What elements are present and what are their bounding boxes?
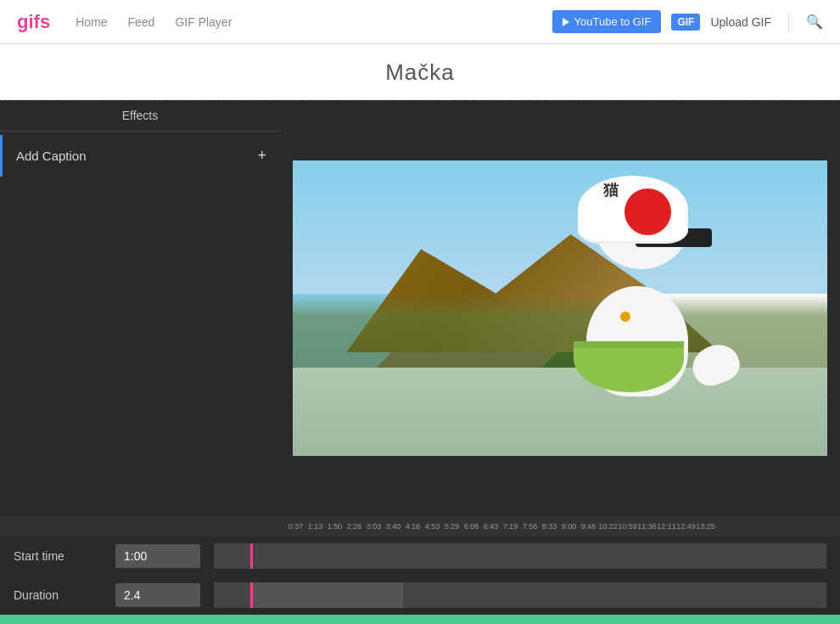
- add-caption-plus-icon: +: [257, 147, 266, 165]
- ruler-marks: 0:371:131:502:263:033:404:164:535:296:08…: [286, 522, 829, 531]
- ruler-mark: 3:40: [384, 522, 403, 531]
- ruler-mark: 2:26: [344, 522, 364, 531]
- ruler-mark: 8:33: [540, 522, 559, 531]
- start-time-row: Start time: [0, 537, 840, 576]
- duration-input[interactable]: [115, 583, 200, 607]
- add-caption-label: Add Caption: [16, 149, 257, 163]
- nav-feed[interactable]: Feed: [127, 15, 154, 29]
- main-nav: Home Feed GIF Player: [76, 15, 552, 29]
- page-title: Mačka: [0, 59, 840, 86]
- ruler-mark: 5:29: [442, 522, 462, 531]
- ruler-mark: 11:36: [637, 522, 657, 531]
- cat-hat-text: 猫: [603, 180, 619, 200]
- start-time-indicator: [250, 543, 253, 569]
- cat-paw: [686, 339, 743, 391]
- youtube-btn-label: YouTube to GIF: [574, 15, 652, 28]
- ruler-mark: 9:00: [559, 522, 579, 531]
- editor-row: Effects Add Caption +: [0, 100, 840, 516]
- cat-collar-bell: [620, 312, 630, 322]
- start-time-input[interactable]: [115, 544, 200, 568]
- ruler-mark: 7:56: [520, 522, 540, 531]
- site-header: gifs Home Feed GIF Player YouTube to GIF…: [0, 0, 840, 44]
- gif-image-container: 猫: [293, 160, 827, 456]
- ruler-mark: 3:03: [364, 522, 384, 531]
- cat-hat: 猫: [578, 176, 688, 244]
- timeline-ruler: 0:371:131:502:263:033:404:164:535:296:08…: [0, 516, 840, 537]
- ruler-mark: 10:59: [618, 522, 637, 531]
- ruler-mark: 9:46: [579, 522, 598, 531]
- header-divider: [788, 12, 789, 32]
- duration-row: Duration: [0, 576, 840, 615]
- nav-gif-player[interactable]: GIF Player: [175, 15, 232, 29]
- cat-figure: 猫: [561, 176, 748, 396]
- title-section: Mačka: [0, 44, 840, 100]
- gif-badge: GIF: [671, 14, 700, 31]
- duration-bar: [250, 582, 403, 608]
- effects-panel: Effects Add Caption +: [0, 100, 280, 516]
- nav-home[interactable]: Home: [76, 15, 107, 29]
- upload-gif-button[interactable]: Upload GIF: [710, 15, 771, 29]
- ruler-mark: 4:16: [403, 522, 423, 531]
- timeline-section: 0:371:131:502:263:033:404:164:535:296:08…: [0, 516, 840, 615]
- gif-preview: 猫: [280, 100, 840, 516]
- ruler-mark: 10:22: [598, 522, 618, 531]
- ruler-mark: 7:19: [501, 522, 520, 531]
- ruler-mark: 12:49: [676, 522, 696, 531]
- cat-hat-circle: [624, 188, 671, 235]
- duration-indicator: [250, 582, 253, 608]
- play-icon: [563, 18, 569, 26]
- start-time-label: Start time: [14, 549, 115, 563]
- ruler-mark: 4:53: [423, 522, 442, 531]
- ruler-mark: 1:50: [325, 522, 344, 531]
- ruler-mark: 1:13: [305, 522, 325, 531]
- ruler-mark: 0:37: [286, 522, 305, 531]
- duration-label: Duration: [14, 588, 115, 602]
- add-caption-button[interactable]: Add Caption +: [0, 135, 280, 177]
- effects-header: Effects: [0, 100, 280, 132]
- header-actions: YouTube to GIF GIF Upload GIF 🔍: [552, 10, 823, 33]
- site-logo[interactable]: gifs: [17, 11, 50, 33]
- ruler-mark: 12:11: [657, 522, 676, 531]
- start-time-track[interactable]: [214, 543, 826, 569]
- gif-placeholder: 猫: [293, 160, 827, 456]
- main-content: Effects Add Caption +: [0, 100, 840, 624]
- search-icon[interactable]: 🔍: [806, 14, 823, 30]
- ruler-mark: 6:08: [462, 522, 481, 531]
- ruler-mark: 6:43: [481, 522, 501, 531]
- youtube-to-gif-button[interactable]: YouTube to GIF: [552, 10, 662, 33]
- create-gif-button[interactable]: Create GIF: [0, 615, 840, 624]
- duration-track[interactable]: [214, 582, 826, 608]
- ruler-mark: 13:25: [696, 522, 715, 531]
